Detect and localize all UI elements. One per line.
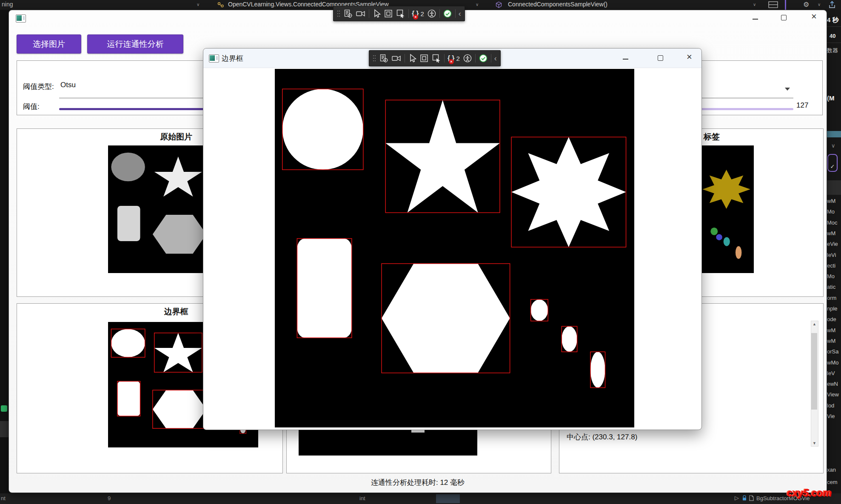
star8-shape — [511, 137, 626, 247]
gear-icon[interactable]: ⚙ — [803, 0, 809, 9]
accessibility-icon[interactable] — [463, 53, 472, 64]
divider — [826, 43, 841, 43]
ellipse3-shape — [590, 352, 605, 387]
breadcrumb-member[interactable]: ConnectedComponentsSampleView() — [508, 1, 607, 8]
popup-close-button[interactable]: × — [687, 51, 692, 63]
maximize-button[interactable] — [781, 15, 787, 20]
roundrect-shape — [297, 239, 351, 338]
threshold-type-value[interactable]: Otsu — [60, 81, 76, 89]
middle-image-shape-fragment — [411, 430, 425, 433]
threshold-type-label: 阈值类型: — [23, 82, 54, 91]
error-badge-icon: × — [413, 14, 418, 20]
app-ok-icon[interactable] — [479, 53, 488, 64]
debug-overlay-toolbar[interactable]: {}×2‹ — [333, 6, 465, 21]
publish-up-arrow-icon[interactable] — [828, 0, 836, 10]
error-badge-icon: × — [449, 59, 454, 64]
clipped-tree-item: wM — [827, 338, 835, 344]
clipped-tree-item: Mo — [827, 273, 835, 279]
layout-adorners-icon[interactable] — [419, 53, 429, 64]
popup-debug-toolbar[interactable]: {}×2‹ — [369, 50, 501, 66]
popup-bbox-image — [275, 69, 634, 427]
toolbar-divider — [369, 9, 369, 18]
toolbar-divider — [408, 9, 409, 18]
star5-shape — [154, 333, 202, 373]
select-element-icon[interactable] — [408, 53, 416, 64]
clipped-tree-item: wM — [827, 198, 835, 204]
popup-maximize-button[interactable] — [658, 55, 663, 61]
clipped-tree-item: cem — [827, 479, 838, 485]
count-cell: 40 — [830, 33, 835, 39]
clipped-tree-item: lod — [827, 402, 834, 409]
toolbar-divider — [439, 9, 440, 18]
toolbar-divider — [455, 9, 456, 18]
roundrect-shape — [117, 382, 140, 416]
strip-block — [826, 180, 841, 195]
ellipse1-shape — [531, 299, 548, 321]
close-button[interactable]: × — [811, 11, 817, 22]
popup-title: 边界框 — [222, 54, 243, 63]
layout-adorners-icon[interactable] — [384, 8, 393, 19]
clipped-tree-item: ewN — [827, 381, 838, 387]
app-ok-icon[interactable] — [443, 8, 452, 19]
camera-icon[interactable] — [391, 53, 402, 64]
ellipse2-shape — [562, 326, 577, 352]
chevron-down-icon[interactable]: ∨ — [753, 2, 756, 7]
popup-window-icon — [209, 54, 219, 63]
scroll-down-icon[interactable]: ▼ — [812, 441, 816, 445]
chevron-left-icon[interactable]: ‹ — [494, 53, 497, 64]
popup-minimize-button[interactable] — [623, 59, 628, 60]
original-image-title: 原始图片 — [160, 131, 192, 142]
chevron-left-icon[interactable]: ‹ — [459, 8, 461, 19]
live-visual-tree-icon[interactable] — [379, 53, 388, 64]
run-analysis-button[interactable]: 运行连通性分析 — [87, 34, 183, 54]
select-image-button[interactable]: 选择图片 — [17, 34, 81, 54]
chevron-down-icon[interactable]: ∨ — [476, 2, 479, 7]
clipped-tree-item: wMo — [827, 359, 838, 366]
split-editor-icon[interactable] — [768, 1, 778, 10]
clipped-tree-item: atic — [827, 284, 835, 290]
track-focus-icon[interactable] — [432, 53, 441, 64]
teal-selection-bar — [826, 131, 841, 137]
bbox-popup-window: 边界框 × {}×2‹ — [203, 48, 702, 430]
clipped-tree-item: wM — [827, 230, 835, 236]
watermark: cxy5.com — [787, 487, 832, 499]
chevron-down-icon[interactable]: ∨ — [818, 2, 821, 7]
camera-icon[interactable] — [356, 8, 366, 19]
threshold-value-label: 阈值: — [23, 102, 40, 111]
select-element-icon[interactable] — [372, 8, 381, 19]
toolbar-divider — [444, 54, 445, 63]
chevron-down-icon[interactable]: ∨ — [831, 142, 835, 149]
grip-icon — [373, 53, 376, 64]
grip-icon — [337, 8, 340, 19]
clipped-tree-item: ecti — [827, 262, 835, 269]
clipped-tree-item: xan — [827, 467, 836, 473]
accessibility-icon[interactable] — [427, 8, 436, 19]
xaml-member-icon — [217, 2, 225, 9]
divider — [826, 26, 841, 27]
stats-scrollbar[interactable]: ▲ ▼ — [811, 321, 818, 447]
focused-checkbox[interactable]: ✓ — [827, 154, 838, 172]
play-outline-icon[interactable]: ▷ — [735, 495, 739, 501]
star5-shape — [154, 157, 202, 196]
hexagon-shape — [153, 215, 206, 254]
scroll-up-icon[interactable]: ▲ — [812, 322, 816, 326]
m-cell: (M — [827, 94, 835, 102]
clipped-tree-item: nple — [827, 305, 838, 312]
scroll-thumb[interactable] — [811, 333, 817, 410]
live-visual-tree-icon[interactable] — [343, 8, 353, 19]
ellipse2-shape — [724, 237, 730, 246]
hot-reload-icon[interactable]: {}× — [412, 8, 419, 19]
ellipse1-shape — [710, 228, 718, 235]
elapsed-time-text: 连通性分析处理耗时: 12 毫秒 — [371, 478, 465, 487]
vs-feedback-icon[interactable] — [1, 405, 7, 412]
hexagon-shape — [382, 264, 510, 373]
lock-icon — [742, 495, 747, 502]
status-cell-type: int — [359, 495, 365, 501]
hot-reload-icon[interactable]: {}× — [448, 53, 454, 64]
combobox-arrow-icon[interactable] — [785, 88, 790, 91]
threshold-value-text: 127 — [796, 101, 808, 110]
breadcrumb-left-fragment: ning — [2, 1, 13, 8]
chevron-down-icon[interactable]: ∨ — [197, 2, 200, 7]
track-focus-icon[interactable] — [396, 8, 405, 19]
minimize-button[interactable] — [753, 19, 758, 20]
